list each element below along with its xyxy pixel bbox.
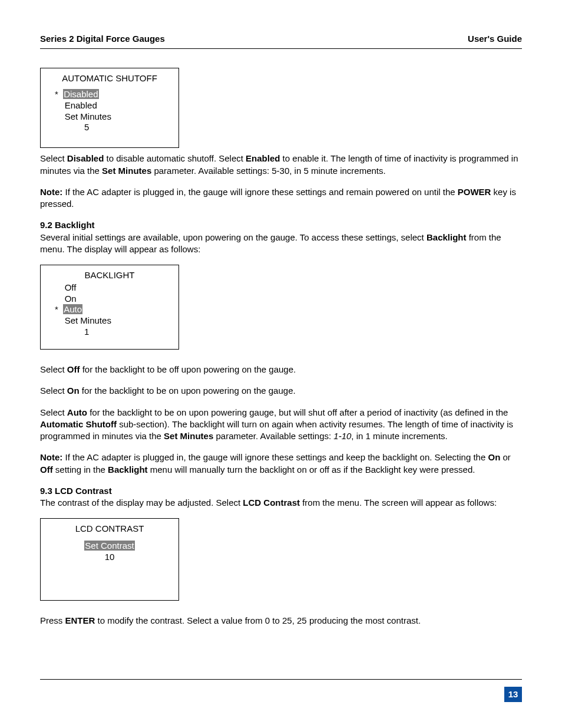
section-9-3-text: The contrast of the display may be adjus…: [40, 497, 522, 509]
lcd-selected: Set Contrast: [84, 541, 134, 551]
lcd-title: AUTOMATIC SHUTOFF: [48, 73, 171, 84]
lcd-title: BACKLIGHT: [48, 270, 171, 281]
lcd-title: LCD CONTRAST: [48, 523, 171, 535]
para-disable-enable: Select Disabled to disable automatic shu…: [40, 153, 522, 177]
para-press-enter: Press ENTER to modify the contrast. Sele…: [40, 615, 522, 627]
header-right: User's Guide: [468, 33, 522, 45]
lcd-contrast: LCD CONTRAST Set Contrast 10: [40, 518, 179, 601]
lcd-row-disabled: * Disabled: [55, 89, 171, 100]
lcd-row-setmin: Set Minutes: [55, 111, 171, 123]
lcd-backlight: BACKLIGHT Off On * Auto Set Minutes 1: [40, 265, 179, 350]
para-select-on: Select On for the backlight to be on upo…: [40, 385, 522, 397]
lcd-row-val: 10: [48, 552, 171, 563]
para-select-off: Select Off for the backlight to be off u…: [40, 364, 522, 375]
lcd-selected: Disabled: [63, 89, 98, 99]
para-select-auto: Select Auto for the backlight to be on u…: [40, 407, 522, 443]
section-9-2-text: Several initial settings are available, …: [40, 232, 522, 256]
header-left: Series 2 Digital Force Gauges: [40, 33, 165, 45]
footer-rule: [40, 679, 522, 680]
lcd-row-enabled: Enabled: [55, 100, 171, 111]
lcd-selected: Auto: [63, 304, 82, 314]
section-9-2-head: 9.2 Backlight: [40, 219, 522, 231]
para-note-backlight: Note: If the AC adapter is plugged in, t…: [40, 452, 522, 476]
lcd-row-off: Off: [55, 282, 171, 294]
lcd-row-setmin: Set Minutes: [55, 315, 171, 327]
section-9-3-head: 9.3 LCD Contrast: [40, 485, 522, 497]
lcd-row-val: 1: [55, 327, 171, 338]
lcd-row-on: On: [55, 294, 171, 305]
lcd-row-setcontrast: Set Contrast: [48, 541, 171, 552]
lcd-automatic-shutoff: AUTOMATIC SHUTOFF * Disabled Enabled Set…: [40, 68, 179, 148]
page-header: Series 2 Digital Force Gauges User's Gui…: [40, 33, 522, 49]
lcd-row-val: 5: [55, 122, 171, 133]
para-note-ac: Note: If the AC adapter is plugged in, t…: [40, 186, 522, 210]
page-number: 13: [504, 687, 522, 702]
lcd-row-auto: * Auto: [55, 304, 171, 315]
